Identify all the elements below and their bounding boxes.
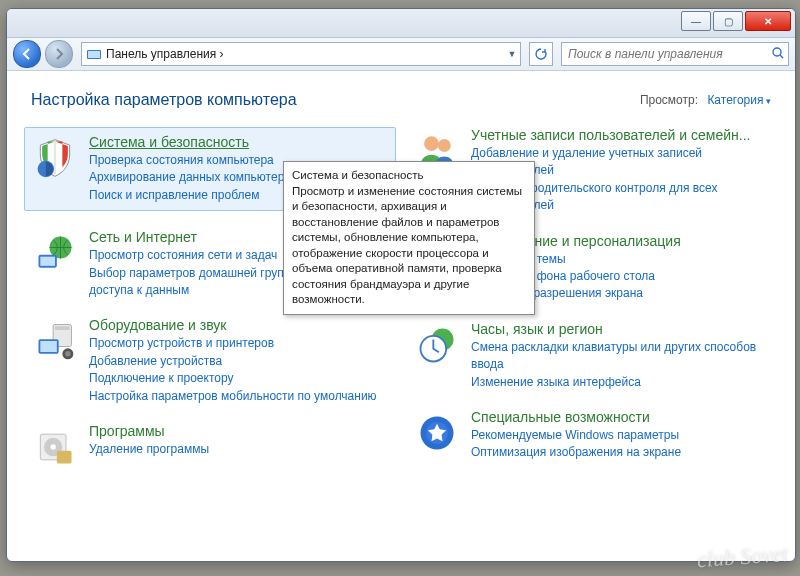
category-hardware: Оборудование и звукПросмотр устройств и …: [31, 317, 389, 405]
search-bar[interactable]: [561, 42, 789, 66]
svg-point-15: [50, 444, 56, 450]
category-title-system-security[interactable]: Система и безопасность: [89, 134, 249, 150]
system-security-icon: [31, 134, 79, 182]
search-input[interactable]: [562, 47, 768, 61]
forward-button[interactable]: [45, 40, 73, 68]
page-title: Настройка параметров компьютера: [31, 91, 297, 109]
window-buttons: — ▢ ✕: [679, 11, 791, 31]
category-ease: Специальные возможностиРекомендуемые Win…: [413, 409, 771, 462]
category-title-network[interactable]: Сеть и Интернет: [89, 229, 197, 245]
arrow-left-icon: [20, 47, 34, 61]
task-link[interactable]: Оптимизация изображения на экране: [471, 444, 771, 461]
view-by-label: Просмотр:: [640, 93, 698, 107]
network-icon: [31, 229, 79, 277]
breadcrumb[interactable]: Панель управления ›: [106, 47, 504, 61]
control-panel-icon: [86, 46, 102, 62]
svg-rect-1: [88, 51, 100, 58]
category-title-programs[interactable]: Программы: [89, 423, 165, 439]
nav-toolbar: Панель управления › ▼: [7, 38, 795, 71]
hardware-icon: [31, 317, 79, 365]
view-by-value[interactable]: Категория: [707, 93, 771, 107]
clock-icon: [413, 321, 461, 369]
task-link[interactable]: Смена раскладки клавиатуры или других сп…: [471, 339, 771, 374]
arrow-right-icon: [52, 47, 66, 61]
maximize-button[interactable]: ▢: [713, 11, 743, 31]
category-title-ease[interactable]: Специальные возможности: [471, 409, 650, 425]
back-button[interactable]: [13, 40, 41, 68]
search-icon[interactable]: [768, 46, 788, 63]
svg-point-17: [424, 136, 439, 151]
svg-rect-16: [57, 451, 72, 464]
svg-rect-10: [40, 341, 57, 352]
task-link[interactable]: Удаление программы: [89, 441, 389, 458]
minimize-button[interactable]: —: [681, 11, 711, 31]
svg-point-2: [773, 48, 781, 56]
task-link[interactable]: Настройка параметров мобильности по умол…: [89, 388, 389, 405]
task-link[interactable]: Подключение к проектору: [89, 370, 389, 387]
category-title-hardware[interactable]: Оборудование и звук: [89, 317, 227, 333]
explorer-window: — ▢ ✕ Панель управления › ▼: [6, 8, 796, 562]
category-title-clock[interactable]: Часы, язык и регион: [471, 321, 603, 337]
category-title-users[interactable]: Учетные записи пользователей и семейн...: [471, 127, 750, 143]
task-link[interactable]: Рекомендуемые Windows параметры: [471, 427, 771, 444]
ease-icon: [413, 409, 461, 457]
svg-point-12: [65, 351, 71, 357]
refresh-button[interactable]: [529, 42, 553, 66]
category-programs: ПрограммыУдаление программы: [31, 423, 389, 471]
svg-rect-6: [40, 257, 55, 266]
content-header: Настройка параметров компьютера Просмотр…: [31, 91, 771, 109]
tooltip-title: Система и безопасность: [292, 168, 526, 184]
task-link[interactable]: Добавление устройства: [89, 353, 389, 370]
task-link[interactable]: Просмотр устройств и принтеров: [89, 335, 389, 352]
programs-icon: [31, 423, 79, 471]
tooltip: Система и безопасность Просмотр и измене…: [283, 161, 535, 315]
svg-point-18: [438, 139, 451, 152]
task-link[interactable]: Изменение языка интерфейса: [471, 374, 771, 391]
titlebar[interactable]: — ▢ ✕: [7, 9, 795, 38]
category-clock: Часы, язык и регионСмена раскладки клави…: [413, 321, 771, 391]
svg-rect-8: [55, 327, 70, 331]
content-area: Настройка параметров компьютера Просмотр…: [7, 71, 795, 561]
address-bar[interactable]: Панель управления › ▼: [81, 42, 521, 66]
view-by: Просмотр: Категория: [640, 93, 771, 107]
breadcrumb-dropdown[interactable]: ▼: [504, 49, 520, 59]
tooltip-body: Просмотр и изменение состояния системы и…: [292, 185, 522, 306]
close-button[interactable]: ✕: [745, 11, 791, 31]
refresh-icon: [534, 47, 548, 61]
